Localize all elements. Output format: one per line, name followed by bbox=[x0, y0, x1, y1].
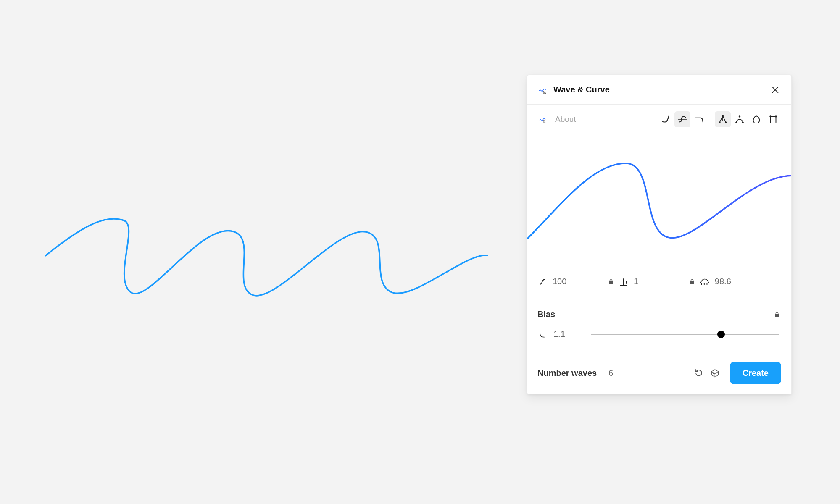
number-waves-label: Number waves bbox=[537, 368, 597, 378]
curve-style-s[interactable] bbox=[674, 111, 690, 127]
svg-point-10 bbox=[713, 373, 714, 374]
amplitude-value: 100 bbox=[553, 277, 574, 286]
svg-point-11 bbox=[716, 373, 717, 373]
svg-text:&: & bbox=[543, 90, 546, 94]
about-link[interactable]: About bbox=[555, 115, 576, 124]
count-value: 1 bbox=[634, 277, 655, 286]
bias-slider[interactable] bbox=[590, 334, 781, 335]
curve-style-smooth[interactable] bbox=[658, 111, 674, 127]
reset-button[interactable] bbox=[690, 365, 707, 381]
panel-toolbar: & About bbox=[527, 105, 791, 134]
amplitude-lock-icon[interactable] bbox=[607, 278, 615, 286]
width-value: 98.6 bbox=[715, 277, 736, 286]
param-width[interactable]: 98.6 bbox=[700, 277, 781, 287]
curve-style-flat[interactable] bbox=[691, 111, 707, 127]
panel-titlebar: & Wave & Curve bbox=[527, 75, 791, 105]
curve-style-group bbox=[658, 111, 707, 127]
bias-curve-icon bbox=[537, 330, 547, 339]
svg-point-7 bbox=[739, 116, 740, 117]
randomize-button[interactable] bbox=[707, 365, 724, 381]
plugin-icon-small: & bbox=[537, 114, 548, 124]
end-style-arc[interactable] bbox=[732, 111, 748, 127]
params-row: 100 1 98.6 bbox=[527, 264, 791, 299]
svg-text:&: & bbox=[543, 120, 546, 123]
create-button[interactable]: Create bbox=[730, 362, 781, 384]
bottom-row: Number waves 6 Create bbox=[527, 352, 791, 394]
bias-value: 1.1 bbox=[553, 329, 570, 339]
end-style-square[interactable] bbox=[765, 111, 781, 127]
panel-title: Wave & Curve bbox=[553, 85, 610, 94]
bias-label: Bias bbox=[537, 310, 555, 319]
svg-point-12 bbox=[716, 375, 717, 375]
amplitude-icon bbox=[537, 277, 548, 287]
width-icon bbox=[700, 277, 710, 287]
create-button-label: Create bbox=[743, 368, 769, 378]
bias-slider-thumb[interactable] bbox=[717, 331, 725, 338]
close-button[interactable] bbox=[769, 84, 781, 96]
end-style-group bbox=[715, 111, 781, 127]
param-amplitude[interactable]: 100 bbox=[537, 277, 615, 287]
count-lock-icon[interactable] bbox=[688, 278, 696, 286]
count-icon bbox=[619, 277, 629, 287]
number-waves-value[interactable]: 6 bbox=[608, 368, 613, 378]
end-style-loop[interactable] bbox=[748, 111, 764, 127]
wave-and-curve-panel: & Wave & Curve & About bbox=[527, 75, 792, 394]
plugin-icon: & bbox=[537, 85, 548, 95]
wave-preview bbox=[527, 134, 791, 264]
bias-lock-icon[interactable] bbox=[773, 310, 781, 319]
param-count[interactable]: 1 bbox=[619, 277, 696, 287]
end-style-triangle[interactable] bbox=[715, 111, 731, 127]
bias-section: Bias 1.1 bbox=[527, 299, 791, 352]
